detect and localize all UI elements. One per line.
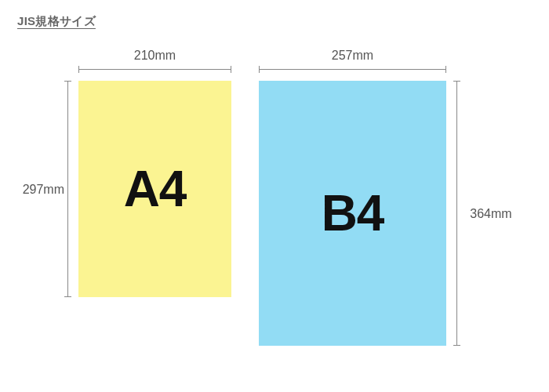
b4-width-label: 257mm — [259, 49, 446, 63]
sheet-a4: A4 — [78, 81, 231, 297]
b4-height-label: 364mm — [463, 207, 519, 221]
sheet-a4-name: A4 — [124, 160, 186, 218]
b4-width-ruler — [259, 69, 446, 70]
a4-width-ruler — [78, 69, 231, 70]
page-title: JIS規格サイズ — [17, 14, 96, 29]
a4-height-label: 297mm — [8, 183, 64, 197]
sheet-b4: B4 — [259, 81, 446, 346]
a4-height-ruler — [67, 81, 68, 297]
sheet-b4-name: B4 — [322, 184, 384, 242]
a4-width-label: 210mm — [78, 49, 231, 63]
b4-height-ruler — [456, 81, 457, 346]
